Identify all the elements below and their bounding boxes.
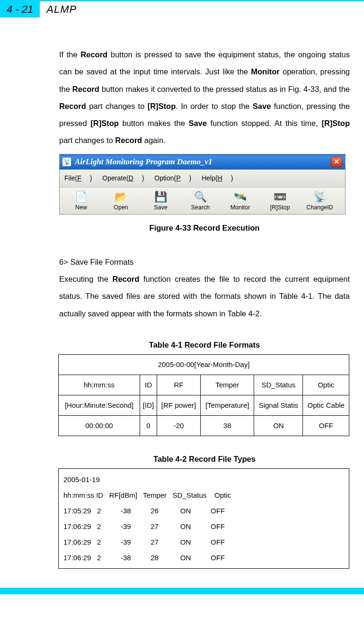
label: Open: [102, 205, 140, 211]
text: Executing the: [59, 275, 112, 283]
bold-rstop: [R]Stop: [321, 119, 350, 127]
search-icon: 🔍: [182, 190, 219, 205]
bold-record: Record: [59, 102, 86, 110]
text: part changes to: [86, 102, 148, 110]
bold-rstop: [R]Stop: [148, 102, 176, 110]
bold-monitor: Monitor: [251, 67, 279, 76]
text: . In order to stop the: [176, 102, 253, 110]
cell: 0: [140, 416, 157, 436]
table-2-line: 2005-01-19: [63, 472, 344, 487]
bold-record: Record: [72, 85, 99, 93]
cell: hh:mm:ss: [59, 375, 140, 395]
paragraph-2: Executing the Record function creates th…: [59, 270, 350, 322]
save-button[interactable]: 💾 Save: [142, 189, 180, 213]
cell: [ID]: [140, 395, 157, 416]
text: button makes it converted to the pressed…: [99, 85, 350, 93]
search-button[interactable]: 🔍 Search: [182, 189, 220, 213]
label: Save: [142, 205, 179, 211]
open-icon: 📂: [102, 190, 140, 205]
table-row: 00:00:00 0 -20 38 ON OFF: [59, 416, 349, 436]
bold-save: Save: [188, 119, 207, 127]
menu-help[interactable]: Help(H): [202, 174, 233, 182]
cell: [RF power]: [157, 395, 201, 416]
table-2-line: 17:06:29 2 -39 27 ON OFF: [63, 519, 344, 534]
label: ChangeID: [301, 205, 338, 211]
app-icon: 📡: [62, 158, 71, 166]
table-2: 2005-01-19 hh:mm:ss ID RF[dBm] Temper SD…: [58, 468, 349, 569]
section-6-title: 6> Save File Formats: [59, 253, 350, 270]
bold-rstop: [R]Stop: [90, 119, 119, 127]
menu-option[interactable]: Option(P): [154, 174, 191, 182]
footer-bar: [0, 588, 364, 594]
record-stop-icon: 📼: [261, 190, 299, 205]
bold-save: Save: [253, 102, 271, 110]
new-icon: 📄: [62, 190, 100, 205]
table-2-line: 17:06:29 2 -38 28 ON OFF: [63, 550, 344, 565]
page-number-badge: 4 - 21: [0, 1, 40, 18]
table-2-line: 17:05:29 2 -38 26 ON OFF: [63, 503, 344, 519]
cell: -20: [157, 416, 201, 436]
cell: SD_Status: [254, 375, 303, 395]
table-2-line: 17:06:29 2 -39 27 ON OFF: [63, 534, 344, 550]
menu-file[interactable]: File(F): [64, 174, 92, 182]
text: again.: [142, 136, 166, 144]
table-row: hh:mm:ss ID RF Temper SD_Status Optic: [59, 375, 349, 395]
label: New: [62, 205, 100, 211]
cell: Optic Cable: [303, 395, 349, 416]
page-title: ALMP: [46, 3, 77, 16]
cell: RF: [157, 375, 201, 395]
rstop-button[interactable]: 📼 [R]Stop: [261, 189, 299, 213]
bold-record: Record: [80, 50, 107, 59]
toolbar: 📄 New 📂 Open 💾 Save 🔍 Search 🛰️ Monitor …: [60, 188, 345, 215]
table-1-header-span: 2005-00-00[Year-Month-Day]: [59, 355, 349, 375]
save-icon: 💾: [142, 190, 179, 205]
label: Search: [182, 205, 219, 211]
table-2-line: hh:mm:ss ID RF[dBm] Temper SD_Status Opt…: [63, 487, 344, 503]
text: button makes the: [119, 119, 189, 127]
table-1: 2005-00-00[Year-Month-Day] hh:mm:ss ID R…: [58, 354, 349, 436]
text: function stopped. At this time,: [207, 119, 321, 127]
label: Monitor: [222, 205, 259, 211]
text: If the: [59, 50, 80, 59]
cell: ID: [140, 375, 157, 395]
cell: 38: [200, 416, 254, 436]
cell: Signal Statis: [254, 395, 303, 416]
cell: [Hour:Minute:Second]: [59, 395, 140, 416]
table-row: [Hour:Minute:Second] [ID] [RF power] [Te…: [59, 395, 349, 416]
page-content: If the Record button is pressed to save …: [0, 18, 364, 573]
menu-bar: File(F) Operate(D) Option(P) Help(H): [60, 170, 345, 188]
cell: 00:00:00: [59, 416, 140, 436]
menu-operate[interactable]: Operate(D): [102, 174, 144, 182]
cell: [Temperature]: [200, 395, 254, 416]
figure-caption: Figure 4-33 Record Execution: [59, 219, 350, 236]
changeid-button[interactable]: 📡 ChangeID: [301, 189, 339, 213]
open-button[interactable]: 📂 Open: [102, 189, 140, 213]
changeid-icon: 📡: [301, 190, 338, 205]
paragraph-1: If the Record button is pressed to save …: [59, 46, 350, 149]
table-2-caption: Table 4-2 Record File Types: [59, 450, 350, 467]
window-title: AirLight Monitoring Program Daemo_v1: [75, 153, 331, 170]
text: part changes to: [59, 136, 115, 144]
bold-record: Record: [115, 136, 142, 144]
cell: ON: [254, 416, 303, 436]
close-icon[interactable]: ✕: [331, 157, 342, 167]
new-button[interactable]: 📄 New: [62, 189, 100, 213]
app-screenshot: 📡 AirLight Monitoring Program Daemo_v1 ✕…: [59, 154, 346, 215]
cell: Optic: [303, 375, 349, 395]
monitor-icon: 🛰️: [222, 190, 259, 205]
bold-record: Record: [112, 275, 139, 283]
label: [R]Stop: [261, 205, 299, 211]
cell: Temper: [200, 375, 254, 395]
cell: OFF: [303, 416, 349, 436]
window-titlebar: 📡 AirLight Monitoring Program Daemo_v1 ✕: [60, 154, 345, 170]
page-header: 4 - 21 ALMP: [0, 0, 364, 18]
table-1-caption: Table 4-1 Record File Formats: [59, 336, 350, 353]
monitor-button[interactable]: 🛰️ Monitor: [222, 189, 259, 213]
